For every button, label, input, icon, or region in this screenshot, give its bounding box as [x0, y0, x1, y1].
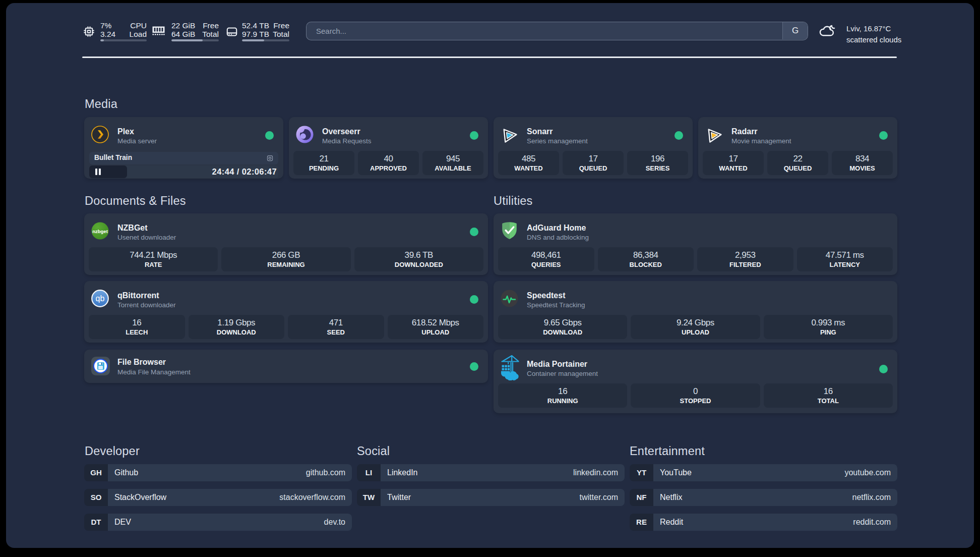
- svg-text:nzbget: nzbget: [92, 229, 108, 234]
- svg-text:qb: qb: [96, 294, 105, 303]
